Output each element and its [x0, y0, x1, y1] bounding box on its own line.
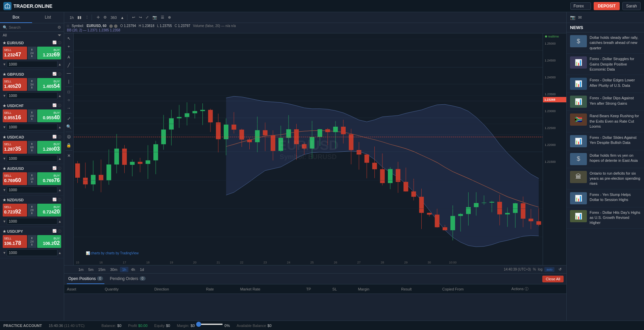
vol-up-icon[interactable]: ▲ [58, 251, 61, 255]
vol-down-icon[interactable]: ▼ [3, 220, 6, 223]
tool-crosshair[interactable]: + [65, 43, 73, 50]
tf-30m[interactable]: 30m [108, 267, 119, 272]
pair-chart-icon[interactable]: 📈 [52, 103, 56, 108]
tf-4h[interactable]: 4h [129, 267, 137, 272]
pair-info-icon[interactable]: ⓘ [58, 135, 61, 139]
volume-input[interactable] [7, 124, 57, 130]
vol-up-icon[interactable]: ▲ [58, 220, 61, 223]
tb-crosshair-btn[interactable]: ✛ [95, 15, 101, 20]
sell-button-usd-chf[interactable]: SELL 0.95516 [3, 109, 27, 122]
tool-magnet[interactable]: ⦿ [65, 133, 73, 141]
tool-trendline[interactable]: ╱ [65, 61, 73, 69]
chart-container[interactable]: ↖ + A ╱ — | □ ○ → ⤢ 🔍 ⦿ 🔒 ✕ [64, 33, 566, 265]
envelope-icon-btn[interactable]: ✉ [578, 15, 582, 20]
news-item[interactable]: $ Dollar holds firm vs yen on hopes of d… [567, 150, 644, 168]
tf-1h[interactable]: 1h [120, 267, 128, 272]
volume-input[interactable] [7, 61, 57, 68]
pair-chart-icon[interactable]: 📈 [52, 198, 56, 202]
tb-size-btn[interactable]: 360 [109, 15, 118, 20]
vol-up-icon[interactable]: ▲ [58, 125, 61, 129]
tab-pending-orders[interactable]: Pending Orders 0 [108, 274, 147, 284]
vol-down-icon[interactable]: ▼ [3, 251, 6, 255]
news-item[interactable]: 📊 Forex - Dollar Dips Against Yen after … [567, 93, 644, 111]
news-item[interactable]: 📊 Forex - Dollar Edges Lower After Pluri… [567, 75, 644, 93]
news-item[interactable]: 🇿🇦 Rand Bears Keep Rushing for the Exits… [567, 111, 644, 132]
tool-lock[interactable]: 🔒 [65, 142, 73, 149]
vol-up-icon[interactable]: ▲ [58, 62, 61, 66]
pair-chart-icon[interactable]: 📈 [52, 41, 56, 45]
news-item[interactable]: 📊 Forex - Yen Slump Helps Dollar to Sess… [567, 189, 644, 207]
tb-more-btn[interactable]: ⋮ [84, 15, 90, 20]
tool-delete[interactable]: ✕ [65, 152, 73, 159]
pair-info-icon[interactable]: ⓘ [58, 41, 61, 45]
pair-info-icon[interactable]: ⓘ [58, 166, 61, 171]
news-item[interactable]: 📊 Forex - Dollar Hits Day's Highs as U.S… [567, 207, 644, 229]
tb-redo-btn[interactable]: ↪ [138, 15, 143, 20]
tf-5m[interactable]: 5m [86, 267, 95, 272]
tb-1h-btn[interactable]: 1h [68, 15, 75, 20]
tb-settings-btn[interactable]: ⚙ [102, 15, 108, 20]
tf-auto-btn[interactable]: auto [544, 267, 554, 272]
tb-candletype-btn[interactable]: ▮▮ [76, 15, 83, 20]
tool-arrow[interactable]: → [65, 104, 73, 112]
tab-box[interactable]: Box [0, 12, 32, 23]
tb-expand-btn[interactable]: ⤢ [144, 15, 150, 20]
pair-chart-icon[interactable]: 📈 [52, 229, 56, 234]
camera-icon-btn[interactable]: 📷 [570, 15, 575, 20]
user-button[interactable]: Sarah [622, 2, 641, 10]
tool-verticalline[interactable]: | [65, 78, 73, 85]
deposit-button[interactable]: DEPOSIT [594, 2, 620, 10]
buy-button-gbp-usd[interactable]: BUY 1.40554 [37, 78, 61, 91]
tf-1m[interactable]: 1m [76, 267, 85, 272]
vol-down-icon[interactable]: ▼ [3, 188, 6, 192]
tool-text[interactable]: A [65, 53, 73, 61]
news-item[interactable]: 📊 Forex - Dollar Slides Against Yen Desp… [567, 132, 644, 150]
tool-rectangle[interactable]: □ [65, 88, 73, 96]
sell-button-nzd-usd[interactable]: SELL 0.72392 [3, 204, 27, 217]
tb-chart-type-btn[interactable]: ▲ [119, 15, 126, 20]
vol-down-icon[interactable]: ▼ [3, 125, 6, 129]
pair-chart-icon[interactable]: 📈 [52, 135, 56, 139]
close-all-button[interactable]: Close All [542, 276, 564, 282]
pair-info-icon[interactable]: ⓘ [58, 72, 61, 77]
pair-info-icon[interactable]: ⓘ [58, 229, 61, 234]
vol-up-icon[interactable]: ▲ [58, 188, 61, 192]
vol-up-icon[interactable]: ▲ [58, 157, 61, 160]
tf-reset-btn[interactable]: ↺ [556, 266, 564, 272]
pair-chart-icon[interactable]: 📈 [52, 72, 56, 77]
buy-button-eur-usd[interactable]: BUY 1.23269 [37, 47, 61, 59]
sell-button-gbp-usd[interactable]: SELL 1.40520 [3, 78, 27, 91]
tf-15m[interactable]: 15m [96, 267, 107, 272]
settings-icon[interactable]: ⚙ [57, 25, 61, 30]
tb-snapshot-btn[interactable]: 📷 [151, 15, 158, 20]
search-input[interactable] [9, 25, 56, 29]
tf-1d[interactable]: 1d [138, 267, 146, 272]
volume-input[interactable] [7, 186, 57, 193]
pair-info-icon[interactable]: ⓘ [58, 103, 61, 108]
sell-button-eur-usd[interactable]: SELL 1.23247 [3, 47, 27, 59]
tool-zoom[interactable]: 🔍 [65, 123, 73, 130]
tab-open-positions[interactable]: Open Positions 0 [67, 274, 104, 284]
volume-input[interactable] [7, 155, 57, 162]
buy-button-nzd-usd[interactable]: BUY 0.72420 [37, 204, 61, 217]
buy-button-usd-chf[interactable]: BUY 0.95540 [37, 109, 61, 122]
forex-select[interactable]: Forex [570, 2, 591, 10]
tb-compare-btn[interactable]: ⊕ [167, 15, 172, 20]
vol-down-icon[interactable]: ▼ [3, 62, 6, 66]
volume-input[interactable] [7, 249, 57, 256]
pair-chart-icon[interactable]: 📈 [52, 166, 56, 171]
buy-button-usd-cad[interactable]: BUY 1.28003 [37, 141, 61, 154]
tab-list[interactable]: List [32, 12, 64, 23]
tool-measure[interactable]: ⤢ [65, 115, 73, 122]
buy-button-aud-usd[interactable]: BUY 0.76976 [37, 172, 61, 185]
vol-up-icon[interactable]: ▲ [58, 94, 61, 98]
vol-down-icon[interactable]: ▼ [3, 94, 6, 98]
sell-button-usd-cad[interactable]: SELL 1.28735 [3, 141, 27, 154]
news-item[interactable]: 🏛 Ontario to run deficits for six years … [567, 168, 644, 189]
tool-circle[interactable]: ○ [65, 96, 73, 104]
tool-horizontalline[interactable]: — [65, 70, 73, 77]
news-item[interactable]: 📊 Forex - Dollar Struggles for Gains Des… [567, 54, 644, 75]
pair-info-icon[interactable]: ⓘ [58, 198, 61, 202]
tb-template-btn[interactable]: ☰ [159, 15, 166, 20]
sell-button-usd-jpy[interactable]: SELL 106.178 [3, 235, 27, 248]
